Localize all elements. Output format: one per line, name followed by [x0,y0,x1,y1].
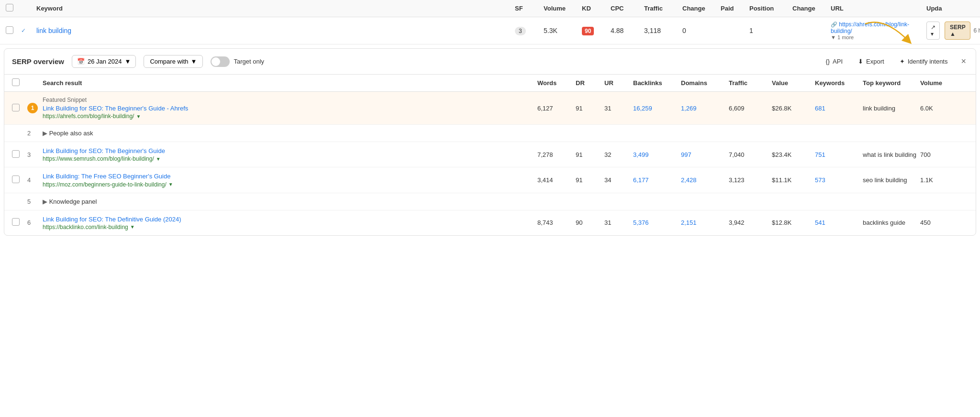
header-url: URL [831,5,926,12]
date-label: 26 Jan 2024 [88,58,122,65]
serp-select-all[interactable] [12,78,20,86]
row-2-checkbox[interactable] [12,150,27,159]
row-2-url-dropdown-icon[interactable]: ▼ [156,156,161,162]
row-0-keywords[interactable]: 681 [815,105,863,112]
row-3-url-wrap: https://moz.com/beginners-guide-to-link-… [43,181,537,188]
row-5-keywords[interactable]: 541 [815,219,863,226]
serp-row-1: 1 Featured Snippet Link Building for SEO… [4,92,976,125]
compare-chevron-icon: ▼ [191,58,197,65]
col-traffic: Traffic [729,79,772,87]
select-all-checkbox[interactable] [6,4,13,11]
row-0-domains[interactable]: 1,269 [681,105,729,112]
target-only-label: Target only [234,58,264,65]
identify-label: Identify intents [908,58,948,65]
row-2-domains[interactable]: 997 [681,151,729,158]
row-1-num: 2 [27,130,43,137]
row-5-url[interactable]: https://backlinko.com/link-building [43,224,128,230]
row-check-icon: ✓ [21,27,36,34]
row-3-keywords[interactable]: 573 [815,176,863,184]
row-0-url-dropdown-icon[interactable]: ▼ [136,114,141,119]
header-sf: SF [515,5,544,12]
date-chevron-icon: ▼ [125,58,131,65]
close-button[interactable]: × [959,55,968,68]
row-2-top-keyword: what is link building [863,151,920,158]
row-1-content: ▶ People also ask [43,130,537,137]
row-3-url-dropdown-icon[interactable]: ▼ [168,182,173,187]
row-2-backlinks[interactable]: 3,499 [633,151,681,158]
row-4-content: ▶ Knowledge panel [43,198,537,205]
col-domains: Domains [681,79,729,87]
row-0-backlinks[interactable]: 16,259 [633,105,681,112]
header-kd: KD [582,5,611,12]
row-2-value: $23.4K [772,151,815,158]
row-3-url[interactable]: https://moz.com/beginners-guide-to-link-… [43,181,167,188]
identify-intents-button[interactable]: ✦ Identify intents [896,55,952,67]
export-button[interactable]: ⬇ Export [854,55,888,67]
row-5-checkbox[interactable] [12,218,27,227]
serp-header: SERP overview 📅 26 Jan 2024 ▼ Compare wi… [4,49,976,75]
row-2-traffic: 7,040 [729,151,772,158]
trend-button[interactable]: ↗ ▾ [926,22,940,40]
target-only-toggle[interactable] [211,56,230,67]
row-5-ur: 31 [604,219,633,226]
row-3-title-link[interactable]: Link Building: The Free SEO Beginner's G… [43,173,170,180]
row-5-url-dropdown-icon[interactable]: ▼ [130,224,135,230]
header-cpc: CPC [611,5,644,12]
row-5-words: 8,743 [537,219,576,226]
row-2-url[interactable]: https://www.semrush.com/blog/link-buildi… [43,155,154,162]
row-volume: 5.3K [544,27,582,34]
row-2-volume: 700 [920,151,968,158]
row-3-num: 4 [27,176,43,184]
row-2-dr: 91 [576,151,604,158]
header-updated: Upda [926,5,974,12]
row-1-paa-toggle[interactable]: ▶ [43,130,47,137]
row-0-url-wrap: https://ahrefs.com/blog/link-building/ ▼ [43,113,537,120]
row-2-url-wrap: https://www.semrush.com/blog/link-buildi… [43,155,537,162]
serp-button[interactable]: SERP ▲ [945,22,970,40]
compare-button[interactable]: Compare with ▼ [144,55,203,68]
api-button[interactable]: {} API [822,55,846,67]
header-paid: Paid [721,5,749,12]
row-3-domains[interactable]: 2,428 [681,176,729,184]
api-label: API [833,58,843,65]
row-0-content: Featured Snippet Link Building for SEO: … [43,97,537,120]
row-0-title-link[interactable]: Link Building for SEO: The Beginner's Gu… [43,105,188,112]
row-3-ur: 34 [604,176,633,184]
col-top-keyword: Top keyword [863,79,920,87]
row-3-backlinks[interactable]: 6,177 [633,176,681,184]
identify-icon: ✦ [900,58,905,65]
row-2-keywords[interactable]: 751 [815,151,863,158]
row-3-content: Link Building: The Free SEO Beginner's G… [43,172,537,187]
keyword-table-header: Keyword SF Volume KD CPC Traffic Change … [0,0,980,17]
target-only-toggle-wrap: Target only [211,56,264,67]
compare-label: Compare with [150,58,188,65]
row-5-url-wrap: https://backlinko.com/link-building ▼ [43,224,537,230]
row-5-domains[interactable]: 2,151 [681,219,729,226]
col-words: Words [537,79,576,87]
serp-row-3: 3 Link Building for SEO: The Beginner's … [4,142,976,167]
row-5-backlinks[interactable]: 5,376 [633,219,681,226]
keyword-link[interactable]: link building [36,27,71,34]
row-change: 0 [682,27,721,34]
row-4-knowledge-label: Knowledge panel [49,198,97,205]
col-volume: Volume [920,79,968,87]
serp-row-2: 2 ▶ People also ask [4,125,976,142]
arrow-svg [860,22,918,48]
row-checkbox[interactable] [6,26,21,35]
row-0-value: $26.8K [772,105,815,112]
header-keyword: Keyword [36,5,515,12]
col-ur: UR [604,79,633,87]
row-4-knowledge-toggle[interactable]: ▶ [43,198,47,205]
row-3-checkbox[interactable] [12,176,27,185]
row-0-url[interactable]: https://ahrefs.com/blog/link-building/ [43,113,134,120]
row-1-paa-label: People also ask [49,130,93,137]
row-2-title-link[interactable]: Link Building for SEO: The Beginner's Gu… [43,147,165,154]
row-3-traffic: 3,123 [729,176,772,184]
row-kd: 90 [582,27,611,34]
row-5-title-link[interactable]: Link Building for SEO: The Definitive Gu… [43,216,181,223]
export-label: Export [866,58,884,65]
date-picker-button[interactable]: 📅 26 Jan 2024 ▼ [72,55,136,68]
api-icon: {} [825,58,830,65]
row-3-words: 3,414 [537,176,576,184]
row-0-checkbox[interactable] [12,104,27,113]
